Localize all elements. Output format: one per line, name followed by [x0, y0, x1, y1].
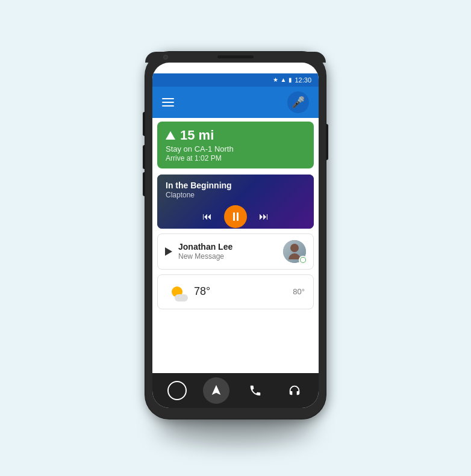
phone-device: ★ ▲ ▮ 12:30 🎤 — [145, 52, 326, 425]
current-temperature: 78° — [194, 285, 210, 298]
nav-arrival-text: Arrive at 1:02 PM — [166, 154, 305, 162]
music-title: In the Beginning — [166, 181, 305, 190]
message-info: Jonathan Lee New Message — [178, 242, 277, 261]
music-info: In the Beginning Claptone — [157, 175, 314, 202]
signal-icon: ▲ — [281, 76, 287, 83]
message-play-button[interactable] — [165, 247, 172, 256]
status-bar: ★ ▲ ▮ 12:30 — [152, 73, 319, 87]
phone-top-bar — [145, 52, 326, 63]
weather-card[interactable]: 78° 80° — [157, 274, 314, 309]
prev-track-button[interactable]: ⏮ — [202, 211, 212, 222]
content-area: 15 mi Stay on CA-1 North Arrive at 1:02 … — [152, 118, 319, 373]
app-header: 🎤 — [152, 87, 319, 118]
music-controls: ⏮ ⏭ — [157, 202, 314, 229]
badge-inner — [301, 258, 305, 262]
menu-button[interactable] — [162, 98, 174, 107]
navigation-nav-button[interactable] — [203, 377, 229, 404]
cloud-icon — [175, 294, 188, 301]
status-time: 12:30 — [295, 76, 311, 84]
camera — [163, 55, 168, 60]
pause-button[interactable] — [224, 205, 247, 228]
navigation-card[interactable]: 15 mi Stay on CA-1 North Arrive at 1:02 … — [157, 122, 314, 168]
bluetooth-icon: ★ — [273, 76, 278, 83]
bottom-nav — [152, 373, 319, 408]
nav-road-text: Stay on CA-1 North — [166, 144, 305, 153]
pause-icon — [233, 212, 239, 221]
high-temperature: 80° — [293, 287, 305, 296]
app-badge — [299, 256, 307, 264]
music-card[interactable]: In the Beginning Claptone ⏮ ⏭ — [157, 175, 314, 229]
music-artist: Claptone — [166, 191, 305, 199]
phone-screen: ★ ▲ ▮ 12:30 🎤 — [152, 63, 319, 408]
home-icon — [167, 381, 187, 400]
weather-icon — [166, 281, 188, 303]
message-sender: Jonathan Lee — [178, 242, 277, 252]
navigation-icon — [210, 384, 223, 397]
nav-direction-arrow — [166, 131, 175, 140]
message-card[interactable]: Jonathan Lee New Message — [157, 233, 314, 270]
mic-icon: 🎤 — [292, 96, 305, 109]
contact-avatar — [283, 240, 306, 263]
speaker — [217, 55, 254, 58]
avatar-head — [290, 244, 299, 252]
phone-body: ★ ▲ ▮ 12:30 🎤 — [145, 52, 326, 419]
phone-nav-button[interactable] — [242, 377, 269, 404]
home-nav-button[interactable] — [164, 377, 190, 404]
battery-icon: ▮ — [289, 76, 292, 83]
message-label: New Message — [178, 252, 277, 261]
next-track-button[interactable]: ⏭ — [259, 211, 269, 222]
status-icons: ★ ▲ ▮ 12:30 — [273, 76, 311, 84]
nav-distance-text: 15 mi — [180, 128, 214, 143]
headphone-icon — [288, 384, 301, 397]
phone-icon — [249, 384, 262, 397]
mic-button[interactable]: 🎤 — [287, 91, 309, 113]
audio-nav-button[interactable] — [281, 377, 308, 404]
nav-distance-row: 15 mi — [166, 128, 305, 143]
